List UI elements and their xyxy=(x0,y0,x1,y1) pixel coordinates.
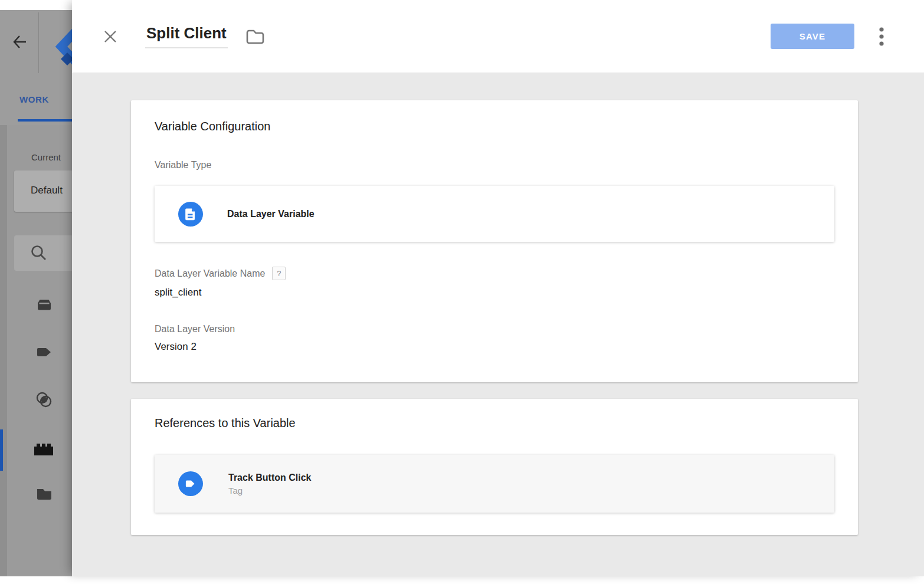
workspace-selector-value: Default xyxy=(31,185,63,196)
nav-active-indicator xyxy=(0,429,3,471)
search-icon xyxy=(30,244,48,263)
nav-overview-icon xyxy=(35,295,54,314)
save-button[interactable]: SAVE xyxy=(771,24,854,49)
dialog-header: Split Client SAVE xyxy=(72,0,924,73)
folder-icon xyxy=(245,28,265,45)
kebab-menu-icon xyxy=(879,27,884,47)
active-tab-indicator xyxy=(18,119,72,122)
current-workspace-label: Current xyxy=(31,152,61,162)
data-layer-variable-name-value: split_client xyxy=(155,287,834,298)
more-options-button[interactable] xyxy=(873,25,890,48)
data-layer-variable-icon xyxy=(178,202,203,227)
dialog-body: Variable Configuration Variable Type Dat… xyxy=(72,73,924,535)
close-button[interactable] xyxy=(101,28,119,45)
config-card-heading: Variable Configuration xyxy=(155,120,834,133)
reference-item-track-button-click[interactable]: Track Button Click Tag xyxy=(155,455,834,513)
background-tab-bar: WORK xyxy=(0,73,72,125)
variable-type-selector[interactable]: Data Layer Variable xyxy=(155,186,834,242)
variable-configuration-card: Variable Configuration Variable Type Dat… xyxy=(131,100,858,382)
references-card: References to this Variable Track Button… xyxy=(131,399,858,535)
data-layer-variable-name-label: Data Layer Variable Name ? xyxy=(155,267,834,280)
nav-tags-icon xyxy=(35,343,54,362)
variable-type-value: Data Layer Variable xyxy=(227,209,314,219)
workspace-selector: Default xyxy=(14,170,72,212)
nav-variables-icon xyxy=(33,440,54,459)
data-layer-version-label: Data Layer Version xyxy=(155,324,834,334)
move-to-folder-button[interactable] xyxy=(244,26,266,47)
background-app-header xyxy=(0,10,72,73)
nav-triggers-icon xyxy=(35,391,54,409)
references-card-heading: References to this Variable xyxy=(155,416,834,430)
help-icon[interactable]: ? xyxy=(272,267,286,280)
data-layer-version-value: Version 2 xyxy=(155,341,834,353)
nav-search-field xyxy=(14,235,72,271)
nav-folders-icon xyxy=(35,484,54,503)
variable-type-label: Variable Type xyxy=(155,160,834,170)
gtm-logo-icon xyxy=(54,24,72,69)
tab-workspace: WORK xyxy=(19,94,49,104)
variable-name-field[interactable]: Split Client xyxy=(145,24,228,48)
back-arrow-icon xyxy=(12,34,27,50)
reference-subtitle: Tag xyxy=(228,485,311,496)
tag-icon xyxy=(178,471,203,496)
close-icon xyxy=(102,28,119,45)
variable-editor-dialog: Split Client SAVE Variable Configurati xyxy=(72,0,924,576)
gtm-variable-editor-screen: WORK Current Default xyxy=(0,0,924,584)
reference-title: Track Button Click xyxy=(228,473,311,483)
header-divider xyxy=(38,12,39,73)
dimmed-background-page: WORK Current Default xyxy=(0,10,72,576)
